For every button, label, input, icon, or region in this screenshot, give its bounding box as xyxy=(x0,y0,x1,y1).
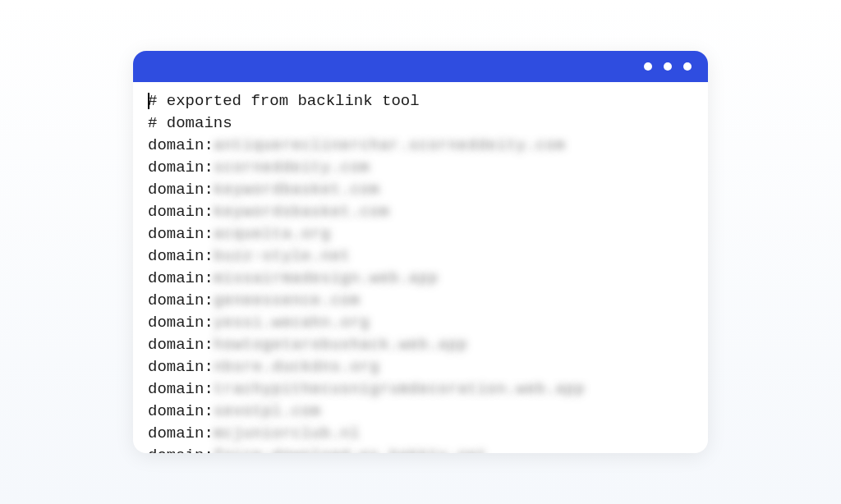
domain-line: domain:geneessence.com xyxy=(148,290,693,312)
domain-line: domain:acquelta.org xyxy=(148,223,693,245)
domain-value: keywordbasket.com xyxy=(214,181,379,199)
domain-line: domain:keywordsbasket.com xyxy=(148,201,693,223)
domain-prefix: domain: xyxy=(148,336,214,354)
header-line: # exported from backlink tool xyxy=(148,90,693,112)
domain-value: antiquereclinerchar.scorneddeity.com xyxy=(214,136,565,154)
domain-line: domain:missairmadesign.web.app xyxy=(148,268,693,290)
header-text: # domains xyxy=(148,114,232,132)
domain-prefix: domain: xyxy=(148,225,214,243)
domain-prefix: domain: xyxy=(148,314,214,332)
domain-value: sevotpl.com xyxy=(214,402,321,420)
domain-value: missairmadesign.web.app xyxy=(214,269,439,287)
domain-prefix: domain: xyxy=(148,247,214,265)
window-control-dot[interactable] xyxy=(683,62,692,71)
domain-value: mcjuniorclub.nl xyxy=(214,424,361,442)
domain-line: domain:buzz-style.net xyxy=(148,245,693,268)
terminal-window: # exported from backlink tool # domains … xyxy=(133,51,708,453)
file-content: # exported from backlink tool # domains … xyxy=(133,82,708,453)
domain-line: domain:force-download-es.hakktv.net xyxy=(148,445,693,454)
domain-value: trachypithecusnigrumdecoration.web.app xyxy=(214,380,585,398)
domain-prefix: domain: xyxy=(148,203,214,221)
domain-prefix: domain: xyxy=(148,158,214,176)
canvas: # exported from backlink tool # domains … xyxy=(0,0,841,504)
domain-prefix: domain: xyxy=(148,402,214,420)
domain-line: domain:antiquereclinerchar.scorneddeity.… xyxy=(148,135,693,157)
domain-line: domain:mcjuniorclub.nl xyxy=(148,423,693,445)
domain-prefix: domain: xyxy=(148,291,214,309)
domain-value: yessi.wecahn.org xyxy=(214,314,370,332)
domain-prefix: domain: xyxy=(148,424,214,442)
domain-value: nbsre.duckdns.org xyxy=(214,358,379,376)
domain-prefix: domain: xyxy=(148,181,214,199)
domain-line: domain:scorneddeity.com xyxy=(148,157,693,179)
domain-line: domain:nbsre.duckdns.org xyxy=(148,356,693,378)
domain-line: domain:howtogetarobuxhack.web.app xyxy=(148,334,693,356)
domain-line: domain:keywordbasket.com xyxy=(148,179,693,201)
domain-prefix: domain: xyxy=(148,447,214,454)
header-text: # exported from backlink tool xyxy=(148,92,420,110)
domain-line: domain:trachypithecusnigrumdecoration.we… xyxy=(148,378,693,401)
domain-value: howtogetarobuxhack.web.app xyxy=(214,336,467,354)
domain-line: domain:sevotpl.com xyxy=(148,401,693,423)
domain-value: scorneddeity.com xyxy=(214,158,370,176)
domain-value: force-download-es.hakktv.net xyxy=(214,447,487,454)
domain-value: geneessence.com xyxy=(214,291,361,309)
header-line: # domains xyxy=(148,112,693,135)
domain-prefix: domain: xyxy=(148,358,214,376)
domain-value: buzz-style.net xyxy=(214,247,351,265)
domain-line: domain:yessi.wecahn.org xyxy=(148,312,693,334)
domain-value: keywordsbasket.com xyxy=(214,203,389,221)
domain-prefix: domain: xyxy=(148,269,214,287)
domain-prefix: domain: xyxy=(148,136,214,154)
domain-prefix: domain: xyxy=(148,380,214,398)
window-titlebar xyxy=(133,51,708,82)
domain-value: acquelta.org xyxy=(214,225,331,243)
window-control-dot[interactable] xyxy=(664,62,672,71)
window-control-dot[interactable] xyxy=(644,62,652,71)
